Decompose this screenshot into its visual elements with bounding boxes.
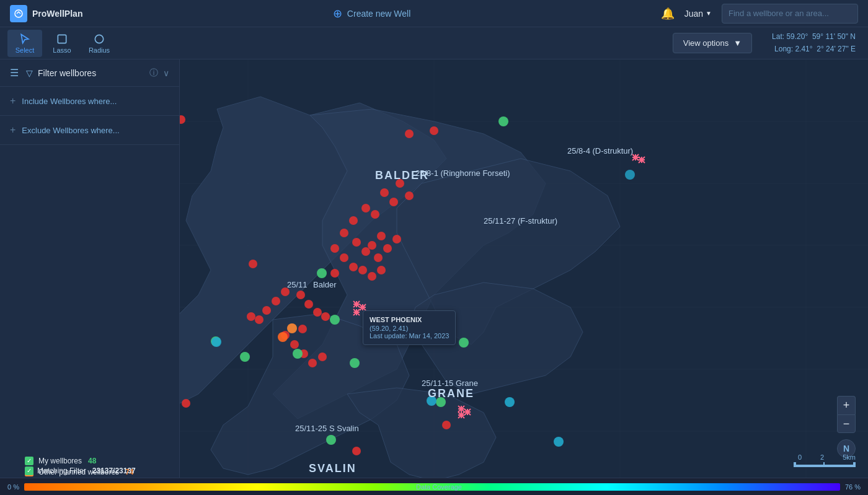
svg-point-39	[340, 253, 348, 262]
svg-point-77	[211, 337, 221, 347]
svg-text:25/11: 25/11	[287, 280, 308, 289]
header: ProWellPlan ⊕ Create new Well 🔔 Juan ▼	[0, 0, 868, 27]
svg-point-21	[405, 129, 414, 138]
create-well-label: Create new Well	[347, 9, 410, 19]
sidebar-header: ☰ ▽ Filter wellbores ⓘ ∨	[0, 59, 179, 87]
tooltip-title: WEST PHOENIX	[370, 316, 449, 323]
sidebar: ☰ ▽ Filter wellbores ⓘ ∨ + Include Wellb…	[0, 59, 180, 495]
svg-point-33	[377, 232, 386, 240]
svg-text:25/8-4 (D-struktur): 25/8-4 (D-struktur)	[567, 146, 633, 156]
svg-point-42	[368, 272, 376, 281]
svg-point-63	[442, 421, 451, 429]
svg-point-66	[317, 268, 327, 278]
svg-point-64	[352, 447, 361, 455]
svg-point-68	[293, 349, 303, 359]
colorbar-data-label: Data Coverage	[416, 483, 462, 491]
include-wellbores-label: Include Wellbores where...	[22, 97, 117, 106]
svg-text:SVALIN: SVALIN	[309, 462, 356, 475]
svg-point-27	[361, 204, 370, 212]
svg-point-59	[308, 359, 317, 367]
scale-labels: 0 2 5km	[798, 453, 856, 461]
my-wellbores-checkbox[interactable]: ✓	[25, 457, 33, 465]
chevron-down-icon: ▼	[733, 38, 742, 48]
svg-point-76	[625, 170, 635, 180]
svg-point-32	[368, 241, 376, 250]
colorbar-right-label: 76 %	[845, 483, 861, 491]
header-right: 🔔 Juan ▼	[661, 4, 858, 24]
svg-text:25/11-25 S Svalin: 25/11-25 S Svalin	[295, 424, 359, 433]
include-wellbores-item[interactable]: + Include Wellbores where...	[0, 87, 179, 116]
svg-point-81	[554, 437, 564, 447]
legend-my-wellbores: ✓ My wellbores 48	[25, 457, 133, 465]
user-name[interactable]: Juan ▼	[684, 9, 712, 19]
notification-icon[interactable]: 🔔	[661, 7, 675, 20]
svg-point-30	[340, 229, 348, 237]
radius-tool-button[interactable]: Radius	[82, 30, 117, 57]
svg-point-23	[389, 198, 398, 206]
svg-point-65	[498, 116, 508, 126]
my-wellbores-count: 48	[88, 457, 96, 465]
toolbar-right: View options ▼	[673, 33, 752, 53]
svg-rect-1	[58, 35, 66, 43]
svg-point-28	[371, 210, 379, 219]
scale-bar: 0 2 5km	[794, 453, 856, 467]
svg-point-47	[313, 308, 322, 317]
svg-point-38	[330, 244, 339, 253]
plus-circle-icon: ⊕	[333, 7, 342, 20]
matching-label: Matching Filter	[37, 467, 86, 475]
svg-point-53	[247, 312, 255, 321]
colorbar-left-label: 0 %	[7, 483, 19, 491]
svg-point-73	[326, 435, 336, 445]
scale-line	[794, 462, 856, 467]
logo-icon[interactable]	[10, 5, 27, 22]
matching-filter-checkbox[interactable]: ✓	[25, 467, 33, 475]
filter-icon: ▽	[26, 68, 33, 78]
info-icon[interactable]: ⓘ	[149, 68, 158, 79]
svg-point-69	[240, 352, 250, 362]
svg-point-2	[95, 35, 103, 43]
plus-icon-exclude: +	[10, 125, 16, 136]
svg-point-54	[249, 260, 257, 268]
plus-icon: +	[10, 95, 16, 107]
svg-point-50	[272, 297, 280, 305]
view-options-button[interactable]: View options ▼	[673, 33, 752, 53]
search-input[interactable]	[722, 4, 858, 24]
zoom-out-button[interactable]: −	[837, 414, 856, 433]
svg-text:25/8-1 (Ringhorne Forseti): 25/8-1 (Ringhorne Forseti)	[415, 169, 510, 178]
coords-display: Lat: 59.20° 59° 11' 50" N Long: 2.41° 2°…	[767, 28, 861, 57]
select-tool-button[interactable]: Select	[7, 30, 42, 57]
svg-point-24	[405, 191, 414, 200]
svg-text:25/11-27 (F-struktur): 25/11-27 (F-struktur)	[484, 216, 557, 226]
tooltip-coords: (59.20, 2.41)	[370, 325, 449, 332]
svg-text:25/11-15 Grane: 25/11-15 Grane	[422, 379, 478, 388]
toolbar-left: Select Lasso Radius	[7, 30, 117, 57]
exclude-wellbores-item[interactable]: + Exclude Wellbores where...	[0, 116, 179, 145]
my-wellbores-label: My wellbores	[38, 457, 82, 465]
create-well-button[interactable]: ⊕ Create new Well	[333, 7, 410, 20]
lasso-tool-button[interactable]: Lasso	[45, 30, 79, 57]
svg-point-37	[392, 235, 401, 243]
svg-point-72	[459, 338, 469, 348]
svg-point-51	[262, 306, 271, 315]
exclude-wellbores-label: Exclude Wellbores where...	[22, 126, 119, 135]
collapse-icon[interactable]: ∨	[163, 68, 169, 78]
svg-point-22	[430, 126, 438, 135]
svg-point-35	[374, 253, 383, 262]
filter-title: Filter wellbores	[38, 68, 144, 78]
wellbore-tooltip: WEST PHOENIX (59.20, 2.41) Last update: …	[363, 310, 456, 345]
svg-point-36	[383, 244, 392, 253]
menu-icon[interactable]: ☰	[10, 67, 19, 79]
svg-point-48	[321, 312, 330, 321]
svg-point-82	[287, 323, 297, 333]
header-left: ProWellPlan	[10, 5, 82, 22]
svg-text:GRANE: GRANE	[428, 387, 474, 400]
svg-point-34	[361, 247, 370, 256]
zoom-in-button[interactable]: +	[837, 396, 856, 414]
svg-point-57	[290, 340, 299, 349]
svg-point-29	[349, 216, 358, 225]
tooltip-date: Last update: Mar 14, 2023	[370, 332, 449, 339]
svg-point-55	[298, 325, 307, 333]
svg-point-71	[350, 358, 360, 368]
svg-point-31	[352, 238, 361, 247]
svg-point-43	[377, 266, 386, 274]
